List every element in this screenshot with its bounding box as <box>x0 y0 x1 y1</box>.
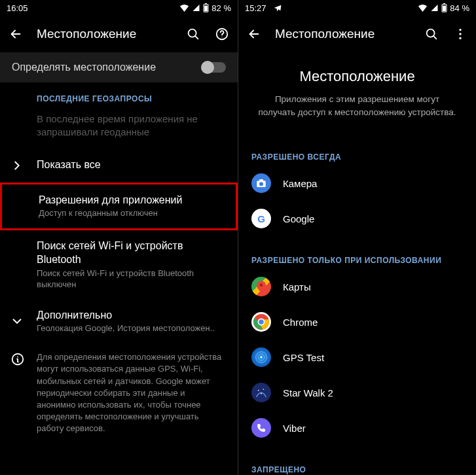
status-time: 15:27 <box>245 3 266 13</box>
svg-rect-16 <box>259 179 263 181</box>
app-row-camera[interactable]: Камера <box>238 166 476 201</box>
hero: Местоположение Приложения с этим разреше… <box>238 52 476 133</box>
hero-title: Местоположение <box>258 68 456 85</box>
toggle-label: Определять местоположение <box>12 62 202 73</box>
info-icon <box>10 351 25 367</box>
section-always: РАЗРЕШЕНО ВСЕГДА <box>238 141 476 166</box>
search-icon[interactable] <box>185 26 201 42</box>
perms-title: Разрешения для приложений <box>39 194 224 207</box>
svg-point-26 <box>261 393 262 395</box>
svg-point-13 <box>459 37 461 39</box>
back-icon[interactable] <box>246 26 262 42</box>
app-label: Google <box>283 213 314 224</box>
signal-icon <box>430 4 439 12</box>
wifi-icon <box>179 4 189 12</box>
location-toggle[interactable] <box>202 62 226 73</box>
help-icon[interactable] <box>214 26 230 42</box>
wifi-title: Поиск сетей Wi-Fi и устройств Bluetooth <box>37 239 226 267</box>
google-icon: G <box>251 209 271 228</box>
section-denied: ЗАПРЕЩЕНО <box>238 453 476 475</box>
appbar-title: Местоположение <box>37 27 172 41</box>
app-bar: Местоположение <box>238 16 476 52</box>
advanced-title: Дополнительно <box>37 309 226 323</box>
app-row-google[interactable]: G Google <box>238 201 476 236</box>
app-permissions-row[interactable]: Разрешения для приложений Доступ к геода… <box>0 183 238 231</box>
svg-point-17 <box>260 283 263 287</box>
status-battery: 84 % <box>450 3 469 13</box>
app-label: Chrome <box>283 317 318 328</box>
more-icon[interactable] <box>452 26 468 42</box>
show-all-row[interactable]: Показать все <box>0 149 238 183</box>
back-icon[interactable] <box>8 26 24 42</box>
viber-icon <box>251 418 271 438</box>
app-label: Камера <box>283 178 317 189</box>
hero-subtitle: Приложения с этим разрешением могут полу… <box>258 93 456 118</box>
starwalk-icon <box>251 383 271 402</box>
advanced-row[interactable]: Дополнительно Геолокация Google, История… <box>0 300 238 344</box>
app-row-maps[interactable]: Карты <box>238 269 476 304</box>
perms-subtitle: Доступ к геоданным отключен <box>39 208 224 219</box>
svg-point-23 <box>260 356 262 358</box>
svg-point-11 <box>459 29 461 31</box>
section-header-recent: ПОСЛЕДНИЕ ГЕОЗАПРОСЫ <box>0 82 238 107</box>
search-icon[interactable] <box>424 26 439 42</box>
svg-point-24 <box>258 390 259 391</box>
chrome-icon <box>251 312 271 332</box>
chevron-down-icon <box>9 313 25 329</box>
app-bar: Местоположение <box>0 16 238 52</box>
app-label: Star Walk 2 <box>283 387 333 398</box>
appbar-title: Местоположение <box>275 27 411 41</box>
phone-right: 15:27 84 % Местоположение Местоположение… <box>238 0 476 475</box>
battery-icon <box>441 3 447 12</box>
camera-icon <box>251 173 271 193</box>
svg-point-15 <box>259 182 263 186</box>
svg-point-12 <box>459 33 461 35</box>
telegram-icon <box>273 4 282 12</box>
svg-rect-1 <box>205 3 207 4</box>
svg-point-20 <box>259 319 264 325</box>
section-inuse: РАЗРЕШЕНО ТОЛЬКО ПРИ ИСПОЛЬЗОВАНИИ <box>238 244 476 269</box>
status-battery: 82 % <box>211 3 231 13</box>
status-time: 16:05 <box>7 3 28 13</box>
app-row-viber[interactable]: Viber <box>238 410 476 446</box>
battery-icon <box>203 3 209 12</box>
app-row-gpstest[interactable]: GPS Test <box>238 340 476 375</box>
status-bar: 15:27 84 % <box>238 0 476 16</box>
info-row: Для определения местоположения устройств… <box>0 343 238 442</box>
show-all-label: Показать все <box>37 158 226 172</box>
wifi-subtitle: Поиск сетей Wi-Fi и устройств Bluetooth … <box>37 268 226 290</box>
wifi-icon <box>418 4 428 12</box>
app-label: Viber <box>283 423 306 434</box>
app-row-chrome[interactable]: Chrome <box>238 304 476 340</box>
location-toggle-row[interactable]: Определять местоположение <box>0 52 238 82</box>
svg-rect-2 <box>204 6 208 12</box>
app-row-starwalk[interactable]: Star Walk 2 <box>238 375 476 410</box>
phone-left: 16:05 82 % Местоположение Определять мес… <box>0 0 238 475</box>
svg-rect-9 <box>443 6 446 12</box>
maps-icon <box>251 277 271 296</box>
advanced-subtitle: Геолокация Google, История местоположен.… <box>37 323 226 334</box>
app-label: GPS Test <box>283 352 324 363</box>
gpstest-icon <box>251 347 271 367</box>
info-text: Для определения местоположения устройств… <box>37 351 226 434</box>
wifi-bt-scan-row[interactable]: Поиск сетей Wi-Fi и устройств Bluetooth … <box>0 230 238 299</box>
svg-rect-8 <box>443 3 445 4</box>
app-label: Карты <box>283 281 311 292</box>
chevron-right-icon <box>9 158 25 173</box>
status-bar: 16:05 82 % <box>0 0 238 16</box>
signal-icon <box>192 4 200 12</box>
svg-point-5 <box>221 37 222 37</box>
recent-empty-text: В последнее время приложения не запрашив… <box>0 107 238 149</box>
svg-point-25 <box>263 389 265 390</box>
